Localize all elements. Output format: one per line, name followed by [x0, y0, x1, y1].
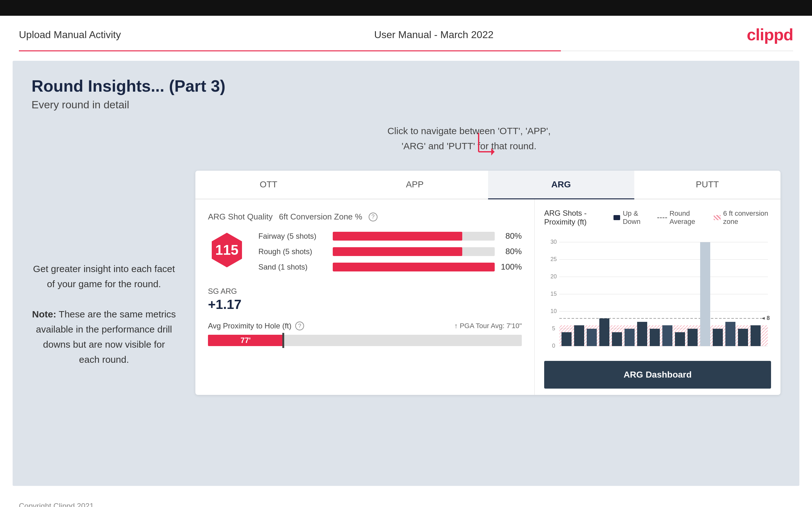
sg-label: SG ARG: [208, 287, 522, 296]
bar-label-0: Fairway (5 shots): [258, 232, 328, 240]
card-body: ARG Shot Quality 6ft Conversion Zone % ?…: [195, 199, 780, 395]
svg-rect-33: [688, 329, 698, 346]
arrow-area: [113, 130, 812, 161]
legend-round-avg: Round Average: [657, 210, 706, 226]
bar-label-2: Sand (1 shots): [258, 263, 328, 272]
svg-rect-38: [751, 325, 761, 346]
sg-section: SG ARG +1.17: [208, 287, 522, 312]
svg-rect-36: [725, 322, 735, 346]
chart-legend: Up & Down Round Average 6 ft conversion …: [613, 210, 771, 226]
tab-app[interactable]: APP: [342, 171, 488, 199]
tab-bar: OTT APP ARG PUTT: [195, 171, 780, 199]
manual-title: User Manual - March 2022: [374, 29, 494, 41]
svg-rect-29: [637, 322, 647, 346]
bar-track-0: [333, 232, 495, 240]
svg-marker-2: [491, 148, 494, 156]
legend-up-down: Up & Down: [613, 210, 650, 226]
proximity-value: 77': [241, 336, 251, 345]
svg-text:8: 8: [767, 315, 770, 321]
conversion-label: 6ft Conversion Zone %: [279, 212, 362, 222]
chart-header: ARG Shots - Proximity (ft) Up & Down Rou…: [544, 209, 771, 226]
left-description: Get greater insight into each facet of y…: [32, 171, 176, 395]
description-main: Get greater insight into each facet of y…: [33, 264, 175, 289]
legend-up-down-label: Up & Down: [623, 210, 649, 226]
pga-label: ↑ PGA Tour Avg: 7'10": [454, 322, 522, 330]
upload-label: Upload Manual Activity: [19, 29, 121, 41]
hex-badge: 115: [208, 231, 246, 269]
bar-fill-0: [333, 232, 462, 240]
legend-hatched-swatch: [714, 215, 721, 220]
header: Upload Manual Activity User Manual - Mar…: [0, 16, 812, 50]
proximity-track: 77': [208, 335, 522, 346]
shot-bars: Fairway (5 shots)80%Rough (5 shots)80%Sa…: [258, 231, 522, 277]
main-content: Round Insights... (Part 3) Every round i…: [13, 61, 799, 486]
svg-rect-27: [612, 332, 622, 346]
description-note: Note:: [32, 309, 56, 319]
svg-text:30: 30: [551, 239, 557, 245]
proximity-info-icon[interactable]: ?: [295, 322, 304, 330]
svg-rect-26: [599, 318, 609, 346]
shot-quality-label: ARG Shot Quality: [208, 212, 272, 222]
description-text: Get greater insight into each facet of y…: [32, 261, 176, 367]
legend-round-avg-label: Round Average: [670, 210, 706, 226]
info-icon[interactable]: ?: [369, 213, 377, 221]
bar-fill-2: [333, 263, 495, 272]
svg-text:5: 5: [552, 325, 555, 332]
left-panel: ARG Shot Quality 6ft Conversion Zone % ?…: [195, 199, 535, 395]
bar-pct-1: 80%: [500, 246, 522, 256]
section-subtitle: Every round in detail: [32, 99, 780, 111]
chart-area: 0 5 10 15 20 25 30: [544, 233, 771, 354]
proximity-label: Avg Proximity to Hole (ft): [208, 322, 292, 330]
svg-rect-30: [650, 329, 660, 346]
svg-text:10: 10: [551, 308, 557, 314]
card: OTT APP ARG PUTT ARG Shot Quality 6ft Co…: [195, 171, 780, 395]
legend-dashed-swatch: [657, 217, 667, 218]
svg-rect-31: [662, 325, 672, 346]
right-panel: ARG Shots - Proximity (ft) Up & Down Rou…: [535, 199, 780, 395]
proximity-header: Avg Proximity to Hole (ft) ? ↑ PGA Tour …: [208, 322, 522, 330]
hex-section: 115 Fairway (5 shots)80%Rough (5 shots)8…: [208, 231, 522, 277]
svg-rect-34: [700, 242, 710, 346]
chart-title: ARG Shots - Proximity (ft): [544, 209, 613, 226]
tab-putt[interactable]: PUTT: [634, 171, 780, 199]
svg-rect-25: [587, 329, 597, 346]
proximity-label-area: Avg Proximity to Hole (ft) ?: [208, 322, 304, 330]
arg-dashboard-button[interactable]: ARG Dashboard: [544, 361, 771, 389]
bar-track-1: [333, 247, 495, 256]
nav-arrow-icon: [475, 130, 501, 161]
proximity-fill: 77': [208, 335, 283, 346]
svg-rect-32: [675, 332, 685, 346]
bar-track-2: [333, 263, 495, 272]
copyright: Copyright Clippd 2021: [19, 502, 94, 507]
bar-pct-2: 100%: [500, 262, 522, 272]
sg-value: +1.17: [208, 297, 522, 312]
content-layout: Get greater insight into each facet of y…: [32, 171, 780, 395]
bar-pct-0: 80%: [500, 231, 522, 241]
bar-row-0: Fairway (5 shots)80%: [258, 231, 522, 241]
legend-conversion-zone-label: 6 ft conversion zone: [723, 210, 771, 226]
description-note-text: These are the same metrics available in …: [36, 309, 176, 365]
bar-label-1: Rough (5 shots): [258, 247, 328, 256]
svg-rect-24: [574, 325, 584, 346]
svg-rect-23: [561, 332, 571, 346]
hex-value: 115: [215, 242, 238, 258]
legend-conversion-zone: 6 ft conversion zone: [714, 210, 771, 226]
svg-rect-35: [713, 329, 723, 346]
svg-rect-37: [738, 329, 748, 346]
tab-arg[interactable]: ARG: [488, 171, 634, 199]
proximity-chart: 0 5 10 15 20 25 30: [544, 233, 771, 352]
svg-text:25: 25: [551, 256, 557, 262]
section-title: Round Insights... (Part 3): [32, 76, 780, 96]
svg-text:20: 20: [551, 273, 557, 280]
svg-text:0: 0: [552, 343, 555, 349]
bar-row-1: Rough (5 shots)80%: [258, 246, 522, 256]
logo: clippd: [747, 25, 793, 44]
proximity-section: Avg Proximity to Hole (ft) ? ↑ PGA Tour …: [208, 322, 522, 346]
header-divider: [19, 50, 793, 51]
legend-solid-swatch: [613, 215, 620, 220]
panel-header: ARG Shot Quality 6ft Conversion Zone % ?: [208, 212, 522, 222]
bar-fill-1: [333, 247, 462, 256]
proximity-cursor: [282, 333, 284, 348]
footer: Copyright Clippd 2021: [0, 495, 812, 507]
tab-ott[interactable]: OTT: [195, 171, 342, 199]
